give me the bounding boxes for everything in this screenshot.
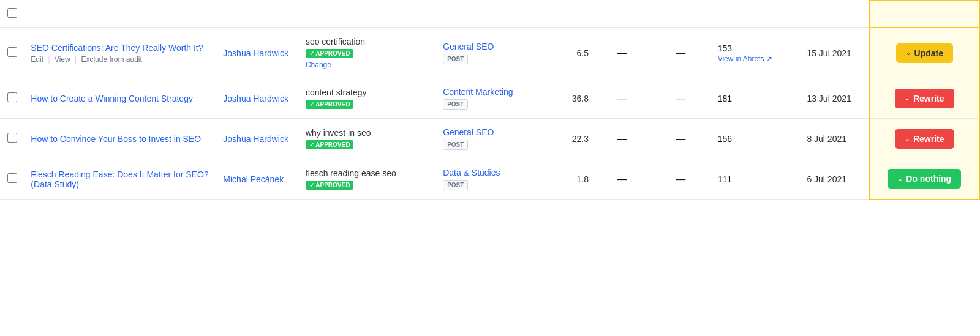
category-link[interactable]: Content Marketing <box>443 87 513 97</box>
keywords-column-header[interactable] <box>300 1 437 28</box>
position-cell: 22.3 <box>540 119 595 159</box>
suggestion-cell: ⌄Rewrite <box>870 119 979 159</box>
row-select-checkbox[interactable] <box>7 133 17 143</box>
category-cell: Content MarketingPOST <box>437 78 540 119</box>
position-cell: 6.5 <box>540 28 595 78</box>
author-link[interactable]: Michal Pecánek <box>223 174 284 184</box>
backlinks-count: 153 <box>718 43 732 53</box>
post-actions: Edit | View | Exclude from audit <box>31 55 211 64</box>
approved-badge: ✓ APPROVED <box>306 49 354 58</box>
keyword-change-link[interactable]: Change <box>306 61 431 69</box>
author-link[interactable]: Joshua Hardwick <box>223 94 288 103</box>
backlinks-count: 111 <box>718 174 732 184</box>
content-audit-table: SEO Certifications: Are They Really Wort… <box>0 0 980 200</box>
author-link[interactable]: Joshua Hardwick <box>223 134 288 144</box>
approved-badge: ✓ APPROVED <box>306 181 354 190</box>
post-title-link[interactable]: SEO Certifications: Are They Really Wort… <box>31 43 203 53</box>
suggestion-button-update[interactable]: ⌄Update <box>896 43 953 63</box>
position-column-header[interactable] <box>540 1 595 28</box>
keyword-text: flesch reading ease seo <box>306 168 431 178</box>
chevron-down-icon: ⌄ <box>906 50 911 56</box>
author-link[interactable]: Joshua Hardwick <box>223 48 288 58</box>
position-cell: 36.8 <box>540 78 595 119</box>
author-cell: Joshua Hardwick <box>217 119 300 159</box>
post-title-link[interactable]: Flesch Reading Ease: Does It Matter for … <box>31 170 208 189</box>
total-traffic-column-header[interactable] <box>595 1 650 28</box>
row-checkbox-cell <box>0 119 24 159</box>
author-cell: Joshua Hardwick <box>217 78 300 119</box>
post-title-cell: SEO Certifications: Are They Really Wort… <box>24 28 217 78</box>
date-column-header <box>801 1 869 28</box>
table-row: SEO Certifications: Are They Really Wort… <box>0 28 979 78</box>
approved-badge: ✓ APPROVED <box>306 140 354 149</box>
table-row: How to Convince Your Boss to Invest in S… <box>0 119 979 159</box>
total-traffic-cell: — <box>595 28 650 78</box>
select-all-checkbox[interactable] <box>7 8 17 18</box>
author-cell: Joshua Hardwick <box>217 28 300 78</box>
category-link[interactable]: Data & Studies <box>443 168 500 177</box>
select-all-header[interactable] <box>0 1 24 28</box>
suggestion-button-rewrite[interactable]: ⌄Rewrite <box>895 129 954 149</box>
category-cell: Data & StudiesPOST <box>437 159 540 200</box>
suggestion-button-rewrite[interactable]: ⌄Rewrite <box>895 89 954 108</box>
row-checkbox-cell <box>0 159 24 200</box>
total-traffic-cell: — <box>595 159 650 200</box>
title-column-header[interactable] <box>24 1 217 28</box>
category-cell: General SEOPOST <box>437 119 540 159</box>
organic-traffic-cell: — <box>650 78 712 119</box>
suggestion-button-do-nothing[interactable]: ⌄Do nothing <box>888 169 961 189</box>
keyword-text: why invest in seo <box>306 128 431 138</box>
organic-traffic-cell: — <box>650 159 712 200</box>
suggestion-label: Update <box>914 48 943 58</box>
author-cell: Michal Pecánek <box>217 159 300 200</box>
backlinks-cell: 153View in Ahrefs ↗ <box>712 28 801 78</box>
table-row: How to Create a Winning Content Strategy… <box>0 78 979 119</box>
row-select-checkbox[interactable] <box>7 47 17 57</box>
post-title-link[interactable]: How to Convince Your Boss to Invest in S… <box>31 134 201 144</box>
action-separator: | <box>46 55 52 64</box>
approved-badge: ✓ APPROVED <box>306 100 354 109</box>
action-separator: | <box>73 55 79 64</box>
suggestion-label: Rewrite <box>913 94 944 103</box>
suggestion-column-header <box>870 1 979 28</box>
backlinks-cell: 111 <box>712 159 801 200</box>
post-action-exclude-from-audit[interactable]: Exclude from audit <box>81 55 141 64</box>
backlinks-count: 181 <box>718 94 732 103</box>
category-link[interactable]: General SEO <box>443 42 494 51</box>
table-row: Flesch Reading Ease: Does It Matter for … <box>0 159 979 200</box>
chevron-down-icon: ⌄ <box>905 135 910 142</box>
backlinks-cell: 156 <box>712 119 801 159</box>
post-action-view[interactable]: View <box>55 55 70 64</box>
post-title-cell: How to Create a Winning Content Strategy <box>24 78 217 119</box>
post-title-cell: How to Convince Your Boss to Invest in S… <box>24 119 217 159</box>
category-type-badge: POST <box>443 140 468 150</box>
author-column-header <box>217 1 300 28</box>
category-link[interactable]: General SEO <box>443 127 494 137</box>
chevron-down-icon: ⌄ <box>905 95 910 102</box>
date-cell: 15 Jul 2021 <box>801 28 869 78</box>
view-in-ahrefs-link[interactable]: View in Ahrefs ↗ <box>718 54 795 63</box>
post-action-edit[interactable]: Edit <box>31 55 43 64</box>
suggestion-label: Do nothing <box>906 174 951 184</box>
chevron-down-icon: ⌄ <box>897 176 902 182</box>
categories-column-header <box>437 1 540 28</box>
row-checkbox-cell <box>0 78 24 119</box>
suggestion-cell: ⌄Do nothing <box>870 159 979 200</box>
row-select-checkbox[interactable] <box>7 92 17 102</box>
keyword-text: seo certification <box>306 37 431 47</box>
keyword-text: content strategy <box>306 88 431 97</box>
position-cell: 1.8 <box>540 159 595 200</box>
keyword-cell: flesch reading ease seo✓ APPROVED <box>300 159 437 200</box>
post-title-link[interactable]: How to Create a Winning Content Strategy <box>31 94 193 103</box>
keyword-cell: why invest in seo✓ APPROVED <box>300 119 437 159</box>
row-select-checkbox[interactable] <box>7 173 17 183</box>
suggestion-cell: ⌄Rewrite <box>870 78 979 119</box>
total-traffic-cell: — <box>595 78 650 119</box>
backlinks-count: 156 <box>718 134 732 144</box>
category-cell: General SEOPOST <box>437 28 540 78</box>
organic-traffic-column-header[interactable] <box>650 1 712 28</box>
backlinks-column-header[interactable] <box>712 1 801 28</box>
date-cell: 6 Jul 2021 <box>801 159 869 200</box>
category-type-badge: POST <box>443 180 468 190</box>
date-cell: 8 Jul 2021 <box>801 119 869 159</box>
